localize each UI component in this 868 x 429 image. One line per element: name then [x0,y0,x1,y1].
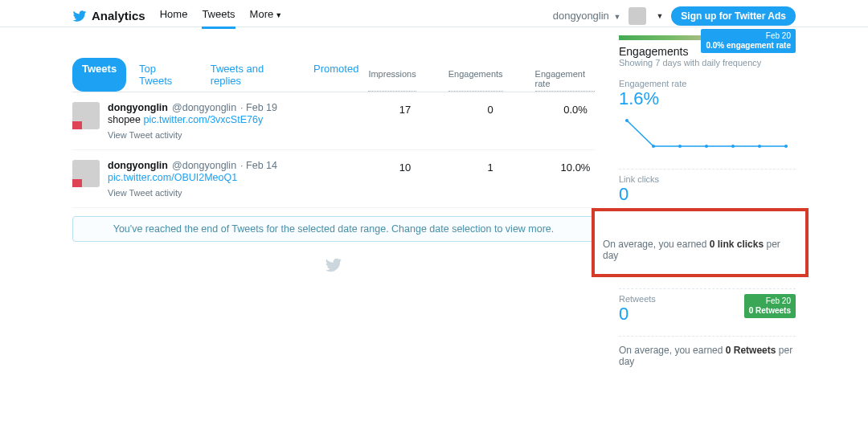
svg-point-6 [784,145,788,148]
svg-point-2 [678,145,682,148]
tweet-row[interactable]: dongyonglin @dongyonglin · Feb 14 pic.tw… [72,150,595,208]
engagements-subtitle: Showing 7 days with daily frequency [619,58,796,67]
tab-replies[interactable]: Tweets and replies [201,58,301,92]
metric-engagements: 0 [471,104,510,140]
tweet-handle: @dongyonglin [172,102,236,113]
nav-home[interactable]: Home [160,3,188,29]
retweets-tooltip: Feb 20 0 Retweets [744,294,796,318]
metric-rate: 10.0% [556,161,595,198]
link-clicks-value: 0 [619,184,796,205]
nav-tweets[interactable]: Tweets [202,3,235,29]
metric-rate: 0.0% [556,104,595,140]
tweet-author: dongyonglin [108,102,168,113]
tweet-link[interactable]: pic.twitter.com/OBUI2MeoQ1 [108,172,237,183]
chevron-down-icon: ▼ [275,11,282,19]
metric-engagements: 1 [471,161,510,198]
chevron-down-icon: ▼ [656,12,663,20]
tweets-panel: Tweets Top Tweets Tweets and replies Pro… [72,35,595,367]
tab-top-tweets[interactable]: Top Tweets [129,58,198,92]
svg-point-5 [758,145,761,148]
username-dropdown[interactable]: dongyonglin ▼ [553,10,621,22]
tweet-row[interactable]: dongyonglin @dongyonglin · Feb 19 shopee… [72,92,595,150]
signup-ads-button[interactable]: Sign up for Twitter Ads [671,6,796,26]
avatar[interactable] [628,7,646,25]
metric-impressions: 17 [386,104,424,140]
end-of-tweets-message: You've reached the end of Tweets for the… [72,216,595,242]
top-nav: Analytics Home Tweets More▼ dongyonglin … [0,0,868,27]
avatar [72,160,100,187]
logo-group: Analytics [72,9,145,23]
tweet-handle: @dongyonglin [172,160,236,171]
engagement-rate-sparkline [619,114,796,154]
tweet-date: · Feb 14 [240,160,277,171]
svg-point-4 [731,145,735,148]
tab-tweets[interactable]: Tweets [72,58,126,92]
col-impressions: Impressions [368,69,416,92]
main-nav: Home Tweets More▼ [160,3,282,29]
footer-bird-icon [72,256,595,276]
view-tweet-activity-link[interactable]: View Tweet activity [108,130,386,140]
nav-more[interactable]: More▼ [250,3,283,29]
chevron-down-icon: ▼ [613,13,620,21]
tweet-text: shopee [108,114,143,125]
svg-point-0 [625,119,628,122]
highlighted-box: On average, you earned 0 link clicks per… [595,211,805,274]
tweet-link[interactable]: pic.twitter.com/3vxcStE76y [143,114,263,125]
sidebar: Engagements Showing 7 days with daily fr… [619,35,796,367]
link-clicks-average: On average, you earned 0 link clicks per… [603,235,797,261]
twitter-bird-icon [72,9,87,23]
link-clicks-label: Link clicks [619,174,796,184]
svg-point-1 [652,145,655,148]
engagement-rate-value: 1.6% [619,88,659,109]
retweets-average: On average, you earned 0 Retweets per da… [619,336,796,367]
col-engagements: Engagements [448,69,503,92]
tab-promoted[interactable]: Promoted [304,58,368,92]
avatar [72,102,100,129]
header-right: dongyonglin ▼ ▼ Sign up for Twitter Ads [553,6,796,26]
tweet-date: · Feb 19 [240,102,277,113]
svg-point-3 [705,145,708,148]
tweet-author: dongyonglin [108,160,168,171]
col-rate: Engagement rate [535,69,595,92]
engagement-rate-label: Engagement rate [619,79,796,88]
view-tweet-activity-link[interactable]: View Tweet activity [108,188,386,198]
engagement-rate-tooltip: Feb 20 0.0% engagement rate [701,29,796,53]
metric-impressions: 10 [386,161,424,198]
app-title: Analytics [92,9,145,22]
